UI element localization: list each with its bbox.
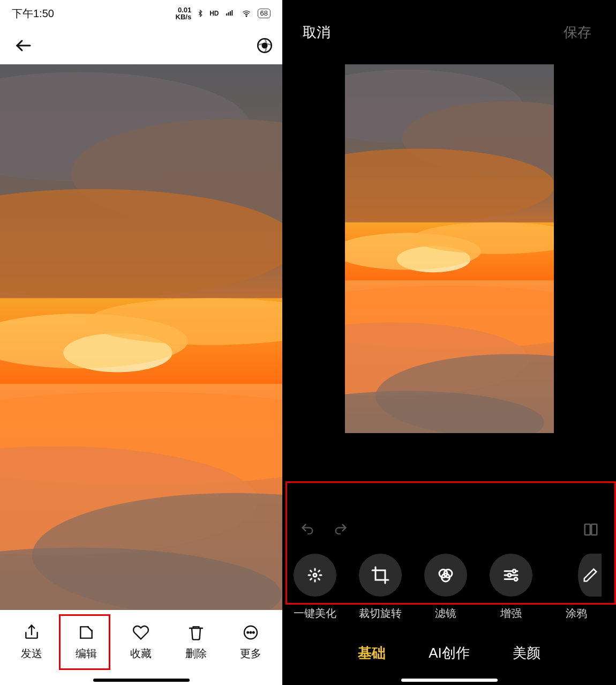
compare-button[interactable] [582, 522, 600, 538]
tool-auto-enhance[interactable]: 一键美化 [290, 554, 340, 621]
svg-rect-14 [228, 12, 229, 16]
svg-point-30 [513, 570, 516, 573]
more-icon [242, 624, 259, 641]
gallery-viewer-screen: 下午1:50 0.01 KB/s HD 68 [0, 0, 282, 685]
pencil-icon [582, 567, 598, 583]
tool-row: 一键美化 裁切旋转 滤镜 增强 涂鸦 [282, 548, 616, 621]
svg-point-26 [313, 574, 317, 577]
tool-crop-rotate[interactable]: 裁切旋转 [355, 554, 405, 621]
network-speed: 0.01 KB/s [176, 6, 192, 20]
svg-point-22 [250, 631, 252, 633]
trash-icon [187, 624, 205, 641]
svg-point-31 [508, 574, 511, 577]
redo-button[interactable] [332, 522, 350, 537]
save-button[interactable]: 保存 [564, 23, 591, 42]
home-indicator[interactable] [93, 679, 190, 682]
tool-label: 一键美化 [294, 606, 336, 621]
tool-label: 滤镜 [435, 606, 456, 621]
battery-indicator: 68 [258, 9, 271, 18]
edit-button[interactable]: 编辑 [62, 624, 110, 661]
favorite-label: 收藏 [130, 646, 152, 661]
tab-basic[interactable]: 基础 [358, 644, 386, 662]
hd-indicator: HD [209, 10, 219, 17]
bluetooth-icon [197, 8, 204, 19]
signal-icon [224, 9, 235, 18]
photo-content[interactable] [0, 64, 282, 610]
bottom-action-bar: 发送 编辑 收藏 删除 更多 [0, 610, 282, 685]
delete-label: 删除 [185, 646, 207, 661]
svg-point-17 [246, 16, 247, 17]
undo-button[interactable] [298, 522, 317, 537]
undo-redo-bar [282, 511, 616, 548]
tool-doodle[interactable]: 涂鸦 [551, 554, 602, 621]
back-icon[interactable] [14, 36, 33, 55]
cancel-button[interactable]: 取消 [303, 23, 330, 42]
tool-filter[interactable]: 滤镜 [420, 554, 471, 621]
tool-label: 增强 [500, 606, 522, 621]
svg-rect-25 [591, 524, 597, 535]
status-bar: 下午1:50 0.01 KB/s HD 68 [0, 0, 282, 27]
svg-point-21 [247, 631, 249, 633]
editor-tabs: 基础 AI创作 美颜 [282, 621, 616, 685]
more-label: 更多 [240, 646, 261, 661]
photo-editor-screen: 取消 保存 一键美化 裁切旋转 [282, 0, 616, 685]
svg-rect-16 [231, 10, 232, 16]
svg-point-19 [262, 43, 267, 48]
editor-top-bar: 取消 保存 [282, 0, 616, 64]
delete-button[interactable]: 删除 [172, 624, 220, 661]
sliders-icon [501, 565, 521, 585]
more-button[interactable]: 更多 [227, 624, 275, 661]
edit-icon [78, 624, 95, 641]
svg-rect-15 [230, 11, 231, 16]
status-time: 下午1:50 [12, 6, 54, 21]
lens-icon[interactable] [256, 36, 274, 55]
wifi-icon [241, 9, 252, 18]
send-button[interactable]: 发送 [7, 624, 56, 661]
editor-canvas-area [282, 64, 616, 511]
status-right: 0.01 KB/s HD 68 [176, 6, 271, 20]
tool-adjust[interactable]: 增强 [486, 554, 536, 621]
filter-icon [436, 565, 455, 585]
svg-point-32 [514, 578, 517, 581]
svg-point-23 [253, 631, 254, 633]
tool-label: 裁切旋转 [359, 606, 402, 621]
magic-icon [305, 565, 325, 585]
home-indicator[interactable] [401, 679, 498, 682]
send-label: 发送 [21, 646, 42, 661]
heart-icon [132, 624, 149, 641]
tab-beauty[interactable]: 美颜 [513, 644, 540, 662]
share-icon [23, 624, 40, 641]
tool-label: 涂鸦 [566, 606, 587, 621]
top-bar [0, 27, 282, 64]
crop-icon [371, 565, 390, 585]
editor-photo-content[interactable] [345, 64, 554, 433]
svg-rect-13 [226, 13, 227, 16]
svg-rect-24 [585, 524, 590, 535]
tab-ai[interactable]: AI创作 [429, 644, 470, 662]
favorite-button[interactable]: 收藏 [117, 624, 165, 661]
edit-label: 编辑 [76, 646, 97, 661]
